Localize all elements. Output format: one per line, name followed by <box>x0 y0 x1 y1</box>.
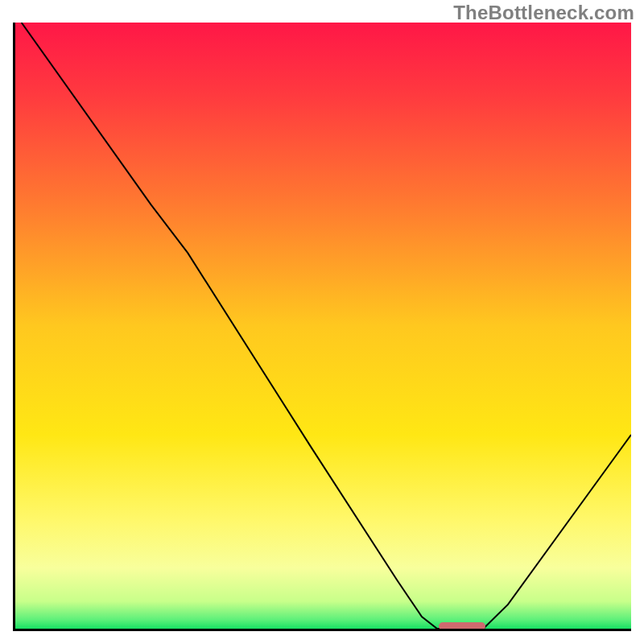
watermark-text: TheBottleneck.com <box>453 2 634 24</box>
optimal-zone-marker <box>439 622 485 630</box>
bottleneck-curve <box>15 23 631 629</box>
plot-area <box>13 23 631 631</box>
